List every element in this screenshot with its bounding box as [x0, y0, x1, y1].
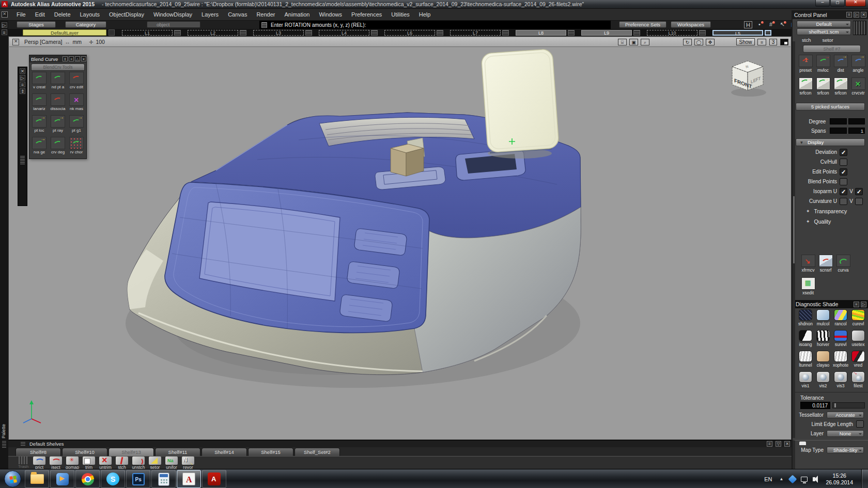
list-icon[interactable]: ≡ [69, 56, 74, 61]
option-checkbox[interactable] [840, 188, 847, 195]
expand-arrow-icon[interactable]: ▷ [2, 22, 7, 28]
shelf-tool-button[interactable]: gomap [64, 456, 81, 470]
list-icon[interactable]: ≡ [767, 441, 772, 447]
shade-mode-button[interactable]: clayao [814, 351, 832, 371]
media-player-icon[interactable] [50, 470, 74, 488]
blend-tool-button[interactable]: crv deg [49, 137, 67, 159]
restore-button[interactable] [830, 0, 845, 7]
tool-button[interactable]: dist [832, 55, 849, 77]
menu-item[interactable]: Help [414, 11, 436, 18]
tray-expand-icon[interactable]: ▲ [780, 477, 784, 481]
menu-item[interactable]: ObjectDisplay [104, 11, 149, 18]
panel-close-icon[interactable] [2, 11, 8, 18]
network-icon[interactable] [801, 477, 808, 482]
close-icon[interactable]: ✕ [20, 68, 25, 74]
tolerance-input[interactable]: 0.0117 [800, 402, 830, 409]
shelf-tool-button[interactable]: prjct [31, 456, 48, 470]
photoshop-icon[interactable] [126, 470, 150, 488]
panel-count-button[interactable]: 3 [769, 39, 777, 45]
show-menu-button[interactable]: Show [736, 38, 755, 45]
limit-edge-checkbox[interactable] [856, 420, 864, 428]
list-icon[interactable]: ≡ [846, 12, 852, 18]
blendcrv-tools-tab[interactable]: BlendCrv Tools [31, 64, 85, 71]
layer-button[interactable]: L5 [712, 30, 763, 36]
tool-button[interactable]: angle [849, 55, 867, 77]
collapse-icon[interactable]: △ [75, 56, 80, 61]
shade-mode-button[interactable]: horver [814, 330, 832, 351]
blend-tool-button[interactable]: rv chor [67, 137, 86, 159]
layer-button[interactable]: L7 [450, 30, 501, 36]
layer-symmetry-box[interactable] [633, 30, 640, 36]
shelf-tool-button[interactable]: stch [114, 456, 130, 470]
shade-mode-button[interactable]: xophote [832, 351, 849, 371]
layer-symmetry-box[interactable] [502, 30, 509, 36]
tolerance-slider[interactable] [832, 402, 865, 408]
shade-mode-button[interactable]: usetex [849, 330, 867, 351]
menu-item[interactable]: Preferences [347, 11, 386, 18]
pan-icon[interactable]: ✥ [706, 39, 715, 45]
shade-mode-button[interactable]: shdnon [797, 309, 814, 330]
preference-sets-button[interactable]: Preference Sets [619, 21, 667, 28]
shelf-tool-button[interactable]: unifor [163, 456, 180, 470]
shade-mode-button[interactable]: ltunnel [797, 351, 814, 371]
layer-symmetry-box[interactable] [568, 30, 575, 36]
speaker-icon[interactable] [813, 477, 815, 481]
close-button[interactable] [845, 0, 866, 7]
menu-item[interactable]: Edit [30, 11, 50, 18]
resize-icon[interactable]: ⇕ [20, 88, 25, 94]
control-panel-scrollbar[interactable] [793, 41, 795, 434]
tool-button[interactable]: srfcon [832, 77, 849, 100]
marker-grid-icon[interactable]: # [767, 21, 775, 28]
language-indicator[interactable]: EN [764, 476, 772, 482]
menu-item[interactable]: Render [252, 11, 280, 18]
shade-mode-button[interactable]: vis2 [814, 371, 832, 392]
shelf-tool-button[interactable]: revor [180, 456, 196, 470]
map-type-dropdown[interactable]: Shade-Sky [827, 447, 864, 453]
show-desktop-button[interactable] [861, 469, 868, 488]
shelf-tab[interactable]: Shelf#14 [202, 448, 247, 456]
minimize-button[interactable] [815, 0, 830, 7]
collapsed-section[interactable]: Transparency [793, 206, 868, 216]
option-checkbox[interactable] [840, 149, 847, 156]
marker-pin-icon[interactable]: ↖ [778, 21, 786, 28]
shelf-tool-button[interactable]: unstch [130, 456, 147, 470]
layer-symmetry-box[interactable] [765, 30, 771, 36]
hotkeys-icon[interactable]: H [744, 21, 752, 28]
layer-symmetry-box[interactable] [699, 30, 706, 36]
shelf-tab[interactable]: Shelf#15 [248, 448, 293, 456]
tool-button[interactable]: curva [834, 255, 852, 277]
degree-input-v[interactable] [848, 118, 865, 124]
blend-tool-button[interactable]: nk mas [67, 93, 86, 115]
menu-item[interactable]: Delete [50, 11, 75, 18]
view-cube[interactable]: FRONT LEFT N [725, 58, 777, 104]
shelf-tool-button[interactable]: trim [81, 456, 97, 470]
degree-input-u[interactable] [830, 118, 846, 124]
menu-item[interactable]: Layers [197, 11, 223, 18]
perspective-viewport[interactable]: Persp [Camera] ↔ mm ✛ 100 ⌸ ▣ ⌕ ↻ ◯ ✥ Sh… [8, 36, 792, 440]
layer-button[interactable]: L10 [647, 30, 698, 36]
menu-item[interactable]: Layouts [75, 11, 105, 18]
dropbox-icon[interactable] [788, 475, 797, 483]
shelf-tab[interactable]: Shelf#8 [16, 448, 61, 456]
option-v-checkbox[interactable] [855, 188, 863, 195]
viewport-close-icon[interactable] [12, 39, 19, 45]
blend-tool-button[interactable]: pt g1 [67, 115, 86, 137]
blend-tool-button[interactable]: v creat [30, 72, 49, 93]
layer-symmetry-box[interactable] [174, 30, 181, 36]
shelf7-tab[interactable]: Shelf #7 [803, 45, 861, 53]
shelfset-dropdown[interactable]: shelfset1.scm [797, 28, 851, 35]
shelf-tab[interactable]: Shelf#13 [109, 448, 154, 456]
shelf-tab[interactable]: Shelf_Set#2 [295, 448, 340, 456]
layer-button[interactable]: L4 [319, 30, 369, 36]
collapse-icon[interactable]: ▽ [776, 441, 781, 447]
category-button[interactable]: Category [65, 21, 106, 28]
shelf-tool-button[interactable]: untrim [97, 456, 114, 470]
tool-button[interactable]: scnsrf [817, 255, 834, 277]
default-layer-checkbox[interactable] [109, 29, 115, 36]
shelf-grip[interactable] [21, 442, 25, 446]
layer-button[interactable]: L9 [581, 30, 632, 36]
shade-mode-button[interactable]: isoang [797, 330, 814, 351]
layer-button[interactable]: L1 [122, 30, 173, 36]
alias-icon[interactable] [177, 470, 201, 488]
tool-button[interactable]: preset [797, 55, 814, 77]
